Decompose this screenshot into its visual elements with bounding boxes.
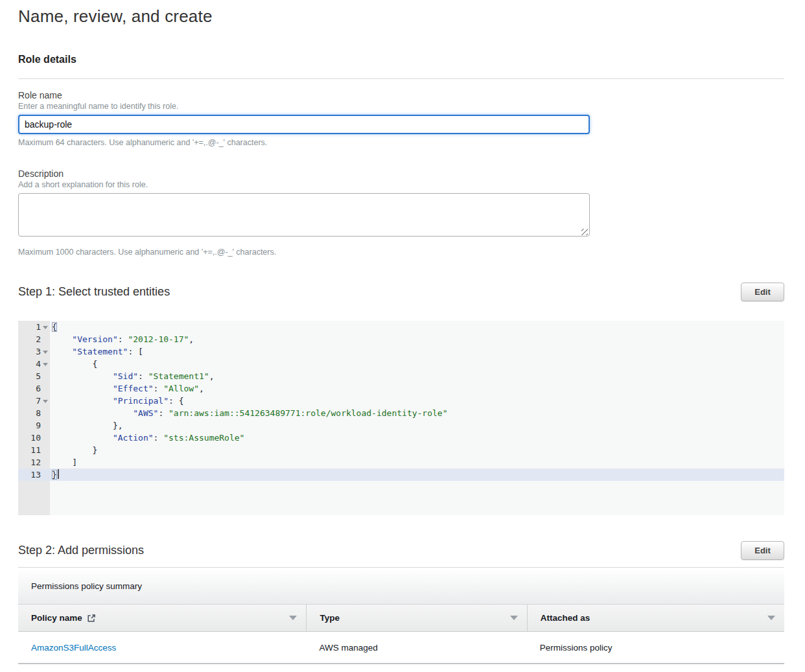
external-link-icon (87, 614, 96, 623)
code-line: "AWS": "arn:aws:iam::541263489771:role/w… (52, 407, 784, 419)
step1-heading: Step 1: Select trusted entities (18, 285, 170, 299)
line-number: 5 (18, 370, 50, 382)
description-constraint: Maximum 1000 characters. Use alphanumeri… (18, 248, 784, 257)
line-number: 6 (18, 382, 50, 395)
role-name-constraint: Maximum 64 characters. Use alphanumeric … (18, 138, 784, 147)
description-hint: Add a short explanation for this role. (18, 180, 784, 189)
role-name-input[interactable] (18, 115, 590, 134)
description-textarea[interactable] (18, 193, 590, 237)
code-line: "Action": "sts:AssumeRole" (52, 432, 784, 444)
filter-dropdown-icon[interactable] (767, 616, 775, 620)
description-label: Description (18, 168, 784, 179)
editor-gutter: 12345678910111213 (18, 321, 50, 515)
fold-arrow-icon[interactable] (43, 326, 48, 329)
code-line: "Sid": "Statement1", (52, 370, 784, 382)
divider (18, 78, 784, 79)
filter-dropdown-icon[interactable] (289, 616, 297, 620)
column-header-attached-as: Attached as (527, 605, 784, 631)
line-number: 13 (18, 469, 50, 481)
resize-handle-icon[interactable] (581, 229, 588, 235)
code-line: } (50, 469, 784, 481)
policy-document-editor[interactable]: 12345678910111213 { "Version": "2012-10-… (18, 321, 784, 515)
column-header-policy-name: Policy name (18, 605, 306, 631)
step1-edit-button[interactable]: Edit (741, 283, 784, 301)
line-number: 1 (18, 321, 50, 333)
step2-edit-button[interactable]: Edit (741, 541, 784, 560)
line-number: 7 (18, 395, 50, 407)
role-name-hint: Enter a meaningful name to identify this… (18, 102, 784, 111)
line-number: 2 (18, 333, 50, 345)
line-number: 4 (18, 358, 50, 370)
fold-arrow-icon[interactable] (43, 351, 48, 354)
code-line: "Effect": "Allow", (52, 382, 784, 395)
panel-title: Permissions policy summary (18, 568, 784, 605)
code-line: }, (52, 419, 784, 432)
step2-heading: Step 2: Add permissions (18, 544, 144, 557)
code-line: } (52, 444, 784, 456)
code-line: ] (52, 456, 784, 469)
code-line: "Version": "2012-10-17", (52, 333, 784, 345)
text-cursor (58, 469, 59, 479)
code-line: { (52, 321, 784, 333)
line-number: 3 (18, 345, 50, 358)
table-body: AmazonS3FullAccessAWS managedPermissions… (18, 632, 784, 664)
table-header: Policy name Type Attached as (18, 605, 784, 632)
line-number: 8 (18, 407, 50, 419)
policy-attached-as: Permissions policy (527, 643, 784, 653)
line-number: 11 (18, 444, 50, 456)
policy-name-link[interactable]: AmazonS3FullAccess (31, 643, 116, 653)
table-row: AmazonS3FullAccessAWS managedPermissions… (18, 632, 784, 664)
role-details-heading: Role details (18, 54, 784, 65)
line-number: 12 (18, 456, 50, 469)
editor-code[interactable]: { "Version": "2012-10-17", "Statement": … (50, 321, 784, 515)
line-number: 9 (18, 419, 50, 432)
column-header-type: Type (306, 605, 526, 631)
role-name-label: Role name (18, 90, 784, 100)
fold-arrow-icon[interactable] (43, 400, 48, 403)
page-title: Name, review, and create (18, 6, 784, 27)
filter-dropdown-icon[interactable] (510, 616, 518, 620)
permissions-panel: Permissions policy summary Policy name T… (18, 567, 784, 664)
code-line: "Principal": { (52, 395, 784, 407)
fold-arrow-icon[interactable] (43, 363, 48, 366)
line-number: 10 (18, 432, 50, 444)
code-line: "Statement": [ (52, 345, 784, 358)
policy-type: AWS managed (306, 643, 526, 653)
code-line: { (52, 358, 784, 370)
